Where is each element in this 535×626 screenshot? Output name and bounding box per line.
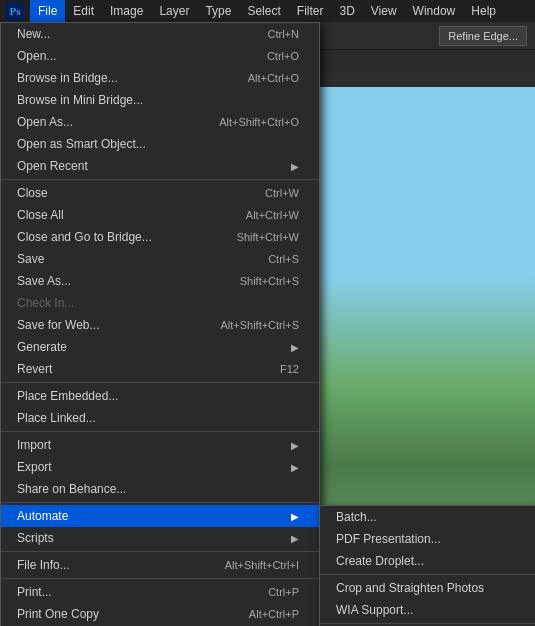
menu-scripts[interactable]: Scripts ▶ (1, 527, 319, 549)
menu-check-in: Check In... (1, 292, 319, 314)
menu-image[interactable]: Image (102, 0, 151, 22)
menu-sep-6 (1, 578, 319, 579)
menu-save[interactable]: Save Ctrl+S (1, 248, 319, 270)
menu-save-as[interactable]: Save As... Shift+Ctrl+S (1, 270, 319, 292)
menu-export[interactable]: Export ▶ (1, 456, 319, 478)
menu-sep-2 (1, 382, 319, 383)
submenu-batch[interactable]: Batch... (320, 506, 535, 528)
menu-view[interactable]: View (363, 0, 405, 22)
menu-open-smart-object[interactable]: Open as Smart Object... (1, 133, 319, 155)
menu-sep-4 (1, 502, 319, 503)
menu-window[interactable]: Window (405, 0, 464, 22)
file-menu: New... Ctrl+N Open... Ctrl+O Browse in B… (0, 22, 320, 626)
menu-help[interactable]: Help (463, 0, 504, 22)
menu-browse-bridge[interactable]: Browse in Bridge... Alt+Ctrl+O (1, 67, 319, 89)
menu-automate[interactable]: Automate ▶ Batch... PDF Presentation... … (1, 505, 319, 527)
menu-edit[interactable]: Edit (65, 0, 102, 22)
menu-close-all[interactable]: Close All Alt+Ctrl+W (1, 204, 319, 226)
menu-open-recent[interactable]: Open Recent ▶ (1, 155, 319, 177)
menu-open-as[interactable]: Open As... Alt+Shift+Ctrl+O (1, 111, 319, 133)
menu-close[interactable]: Close Ctrl+W (1, 182, 319, 204)
submenu-sep-1 (320, 574, 535, 575)
menu-type[interactable]: Type (197, 0, 239, 22)
menu-3d[interactable]: 3D (331, 0, 362, 22)
menu-place-linked[interactable]: Place Linked... (1, 407, 319, 429)
menu-file-info[interactable]: File Info... Alt+Shift+Ctrl+I (1, 554, 319, 576)
menu-share-behance[interactable]: Share on Behance... (1, 478, 319, 500)
menu-bar: Ps File Edit Image Layer Type Select Fil… (0, 0, 535, 22)
app-logo: Ps (4, 0, 26, 22)
menu-select[interactable]: Select (239, 0, 288, 22)
submenu-create-droplet[interactable]: Create Droplet... (320, 550, 535, 572)
menu-revert[interactable]: Revert F12 (1, 358, 319, 380)
menu-layer[interactable]: Layer (151, 0, 197, 22)
menu-open[interactable]: Open... Ctrl+O (1, 45, 319, 67)
menu-browse-mini-bridge[interactable]: Browse in Mini Bridge... (1, 89, 319, 111)
submenu-crop-straighten[interactable]: Crop and Straighten Photos (320, 577, 535, 599)
submenu-wia-support[interactable]: WIA Support... (320, 599, 535, 621)
menu-file[interactable]: File (30, 0, 65, 22)
menu-new[interactable]: New... Ctrl+N (1, 23, 319, 45)
file-dropdown: New... Ctrl+N Open... Ctrl+O Browse in B… (0, 22, 320, 626)
menu-print[interactable]: Print... Ctrl+P (1, 581, 319, 603)
menu-sep-1 (1, 179, 319, 180)
menu-filter[interactable]: Filter (289, 0, 332, 22)
menu-place-embedded[interactable]: Place Embedded... (1, 385, 319, 407)
refine-edge-button[interactable]: Refine Edge... (439, 26, 527, 46)
menu-print-one-copy[interactable]: Print One Copy Alt+Ctrl+P (1, 603, 319, 625)
menu-save-for-web[interactable]: Save for Web... Alt+Shift+Ctrl+S (1, 314, 319, 336)
menu-generate[interactable]: Generate ▶ (1, 336, 319, 358)
menu-sep-5 (1, 551, 319, 552)
submenu-pdf-presentation[interactable]: PDF Presentation... (320, 528, 535, 550)
menu-sep-3 (1, 431, 319, 432)
ps-logo-icon: Ps (6, 2, 24, 20)
menu-close-go-bridge[interactable]: Close and Go to Bridge... Shift+Ctrl+W (1, 226, 319, 248)
submenu-sep-2 (320, 623, 535, 624)
menu-import[interactable]: Import ▶ (1, 434, 319, 456)
automate-submenu: Batch... PDF Presentation... Create Drop… (319, 505, 535, 626)
